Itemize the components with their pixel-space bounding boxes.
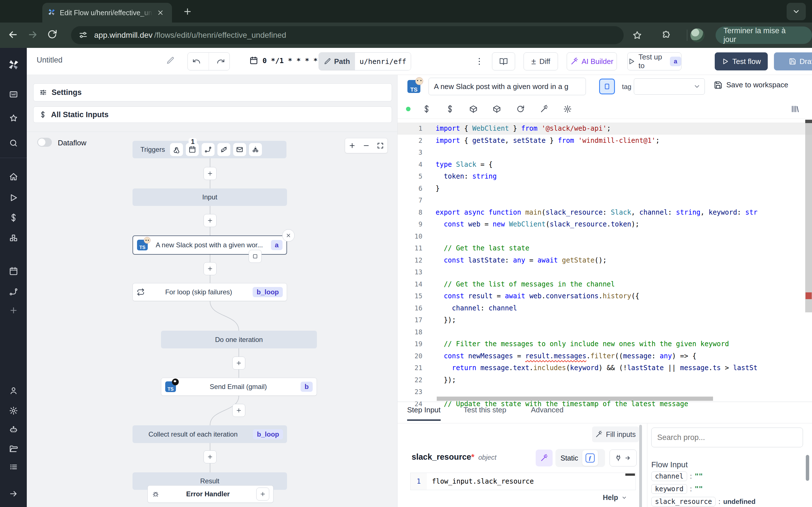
ai-fill-wand-button[interactable]	[536, 450, 553, 466]
expr-code[interactable]: flow_input.slack_resource	[427, 473, 534, 490]
expression-editor[interactable]: 1 flow_input.slack_resource	[410, 473, 636, 490]
code-line[interactable]: 15 const result = await web.conversation…	[398, 290, 812, 302]
site-settings-icon[interactable]	[79, 30, 89, 40]
schedule-cron[interactable]: 0 */1 * * * *	[250, 56, 318, 65]
resources-cubes-icon[interactable]	[9, 233, 18, 242]
forward-icon[interactable]	[27, 29, 40, 41]
code-line[interactable]: 21 return message.text.includes(keyword)…	[398, 362, 812, 374]
flow-input-prop[interactable]: slack_resource:undefined	[651, 495, 804, 507]
variables-dollar-icon[interactable]	[9, 213, 18, 222]
home-icon[interactable]	[9, 172, 18, 181]
expand-sidebar-arrow-icon[interactable]	[9, 489, 18, 498]
reload-icon[interactable]	[47, 29, 59, 41]
search-icon[interactable]	[9, 138, 18, 148]
add-step-button[interactable]	[204, 450, 216, 463]
code-horizontal-scrollbar[interactable]	[437, 397, 713, 401]
code-line[interactable]: 6}	[398, 182, 812, 194]
flow-input-prop[interactable]: keyword:""	[651, 483, 804, 495]
code-line[interactable]: 10	[398, 230, 812, 242]
code-line[interactable]: 8export async function main(slack_resour…	[398, 207, 812, 219]
iteration-node[interactable]: Do one iteration	[161, 331, 317, 348]
tag-select[interactable]	[634, 78, 705, 95]
props-scrollbar[interactable]	[806, 455, 809, 481]
code-line[interactable]: 2import { getState, setState } from 'win…	[398, 135, 812, 147]
reset-refresh-icon[interactable]	[513, 102, 527, 116]
code-line[interactable]: 18	[398, 326, 812, 338]
avatar[interactable]	[690, 28, 704, 42]
code-editor[interactable]: 1import { WebClient } from '@slack/web-a…	[398, 122, 812, 410]
variables-dollar-icon[interactable]	[443, 102, 457, 116]
help-link[interactable]: Help	[603, 494, 627, 502]
code-line[interactable]: 5 token: string	[398, 170, 812, 182]
tab-step-input[interactable]: Step Input	[407, 406, 441, 421]
routes-icon[interactable]	[9, 287, 18, 296]
folders-icon[interactable]	[9, 445, 18, 453]
address-bar[interactable]: app.windmill.dev/flows/edit/u/henri/effe…	[71, 26, 624, 44]
email-step-node[interactable]: TS Send Email (gmail) b	[161, 378, 317, 396]
library-panel-icon[interactable]	[788, 102, 802, 116]
code-line[interactable]: 17 });	[398, 314, 812, 326]
flow-input-prop[interactable]: channel:""	[651, 470, 804, 483]
error-handler-node[interactable]: Error Handler	[147, 485, 273, 503]
edit-name-pencil-icon[interactable]	[166, 56, 175, 65]
app-switcher-icon[interactable]	[9, 90, 18, 99]
diff-button[interactable]: ± Diff	[523, 52, 558, 70]
code-line[interactable]: 4type Slack = {	[398, 159, 812, 171]
code-line[interactable]: 13	[398, 266, 812, 278]
input-mode-toggle[interactable]: Static ƒ	[555, 449, 605, 467]
add-step-button[interactable]	[232, 356, 245, 370]
browser-tab[interactable]: Edit Flow u/henri/effective_un	[42, 3, 172, 22]
new-tab-icon[interactable]	[183, 7, 192, 16]
step-input-scrollbar[interactable]	[639, 425, 642, 507]
webhook-trigger-icon[interactable]	[170, 143, 183, 156]
undo-button[interactable]	[188, 53, 205, 70]
add-trigger-plus-icon[interactable]	[9, 306, 18, 315]
tab-advanced[interactable]: Advanced	[531, 406, 564, 419]
step-stop-after-button[interactable]	[249, 250, 262, 263]
extensions-puzzle-icon[interactable]	[661, 31, 671, 41]
flow-name-input[interactable]: Untitled	[37, 56, 63, 64]
code-overview-ruler[interactable]	[805, 120, 812, 313]
static-mode-label[interactable]: Static	[560, 454, 578, 462]
websocket-trigger-icon[interactable]	[217, 143, 231, 156]
editor-settings-gear-icon[interactable]	[560, 102, 574, 116]
code-line[interactable]: 1import { WebClient } from '@slack/web-a…	[398, 122, 812, 135]
ai-builder-button[interactable]: AI Builder	[567, 52, 617, 70]
connect-input-button[interactable]	[610, 450, 637, 466]
fill-inputs-button[interactable]: Fill inputs	[592, 427, 639, 442]
triggers-node[interactable]: Triggers 1	[133, 141, 287, 158]
resource-package-icon[interactable]	[466, 102, 480, 116]
add-step-button[interactable]	[204, 167, 216, 180]
static-inputs-dollar-icon[interactable]	[419, 102, 434, 116]
users-person-icon[interactable]	[9, 386, 18, 395]
back-icon[interactable]	[7, 29, 20, 41]
code-line[interactable]: 20 const newMessages = result.messages.f…	[398, 350, 812, 362]
tab-test-this-step[interactable]: Test this step	[463, 406, 506, 419]
schedule-trigger-icon[interactable]: 1	[186, 143, 199, 156]
runs-play-icon[interactable]	[9, 193, 18, 202]
collect-node[interactable]: Collect result of each iteration b_loop	[133, 425, 287, 443]
code-line[interactable]: 19 // Filter the messages to only includ…	[398, 338, 812, 350]
http-route-trigger-icon[interactable]	[202, 143, 214, 156]
search-prop-input[interactable]	[651, 428, 803, 447]
code-line[interactable]: 16 channel: channel	[398, 302, 812, 314]
code-line[interactable]: 3	[398, 147, 812, 159]
settings-gear-icon[interactable]	[9, 406, 18, 415]
code-line[interactable]: 12 const lastState: any = await getState…	[398, 255, 812, 267]
code-scrollbar-thumb[interactable]	[805, 120, 812, 123]
redo-button[interactable]	[212, 53, 230, 70]
add-step-button[interactable]	[204, 214, 216, 227]
draft-button[interactable]: Draft	[774, 52, 812, 70]
forloop-node[interactable]: For loop (skip failures) b_loop	[133, 283, 287, 301]
docs-book-button[interactable]	[492, 52, 515, 70]
step-summary-input[interactable]	[428, 78, 586, 95]
schedules-calendar-icon[interactable]	[9, 267, 18, 276]
save-to-workspace-button[interactable]: Save to workspace	[714, 80, 788, 89]
test-flow-button[interactable]: Test flow	[715, 52, 768, 70]
more-options-kebab-icon[interactable]	[475, 55, 484, 68]
workers-robot-icon[interactable]	[9, 425, 18, 434]
code-line[interactable]: 14 // Get the list of messages in the ch…	[398, 278, 812, 290]
favorites-star-icon[interactable]	[9, 114, 18, 123]
logs-list-icon[interactable]	[9, 463, 18, 472]
add-error-handler-button[interactable]	[256, 488, 269, 501]
